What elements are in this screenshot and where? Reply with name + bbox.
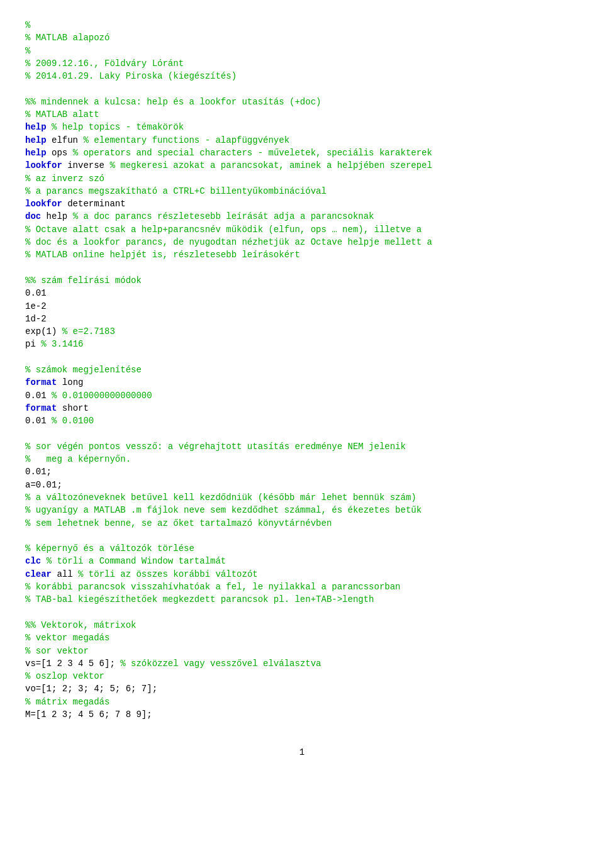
page-number: 1 [25, 746, 579, 759]
code-content: % % MATLAB alapozó % % 2009.12.16., Föld… [25, 19, 579, 721]
